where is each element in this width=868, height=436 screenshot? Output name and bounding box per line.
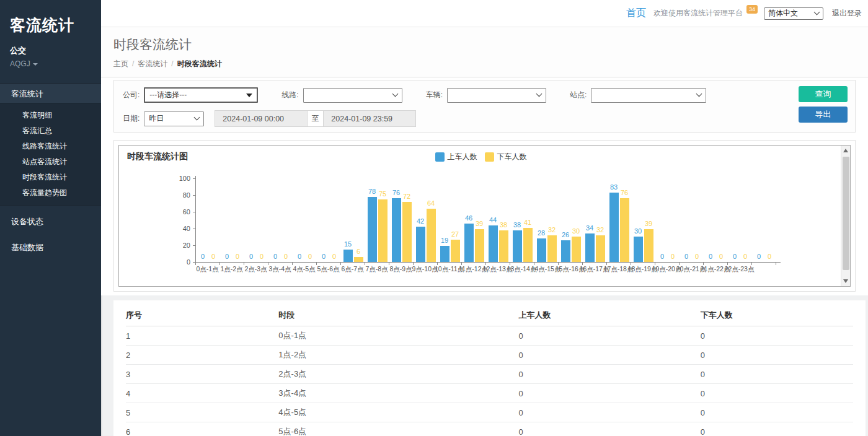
main-area: 首页 欢迎使用客流统计管理平台 34 简体中文 退出登录 时段客流统计 主页/客… (101, 0, 868, 436)
table-row: 54点-5点00 (126, 403, 853, 422)
x-tick-label: 0点-1点 (196, 265, 218, 274)
table-cell: 3点-4点 (278, 384, 518, 403)
logout-link[interactable]: 退出登录 (832, 8, 862, 19)
scrollbar-thumb[interactable] (843, 157, 849, 270)
bar-value-label: 6 (348, 248, 369, 255)
chevron-down-icon (536, 91, 542, 97)
boarding-bar (609, 193, 619, 262)
table-cell: 1点-2点 (278, 346, 518, 365)
table-cell: 0 (518, 384, 700, 403)
sidebar: 客流统计 公交 AQGJ 客流统计 客流明细客流汇总线路客流统计站点客流统计时段… (0, 0, 101, 436)
bar-value-label: 0 (324, 253, 345, 260)
home-link[interactable]: 首页 (626, 7, 646, 20)
page-title: 时段客流统计 (113, 36, 856, 53)
breadcrumb-separator: / (171, 59, 173, 68)
notification-badge[interactable]: 34 (746, 5, 758, 14)
bar-value-label: 72 (396, 193, 417, 200)
table-cell: 5 (126, 403, 278, 422)
filter-row-1: 公司: ---请选择--- 线路: 车辆: (123, 87, 846, 103)
breadcrumb-separator: / (132, 59, 134, 68)
x-tick-label: 8点-9点 (389, 265, 412, 274)
sidebar-item[interactable]: 站点客流统计 (0, 154, 101, 170)
table-cell: 0 (701, 422, 853, 436)
x-tick-label: 1点-2点 (220, 265, 242, 274)
y-tick (193, 178, 195, 179)
bar-value-label: 76 (614, 189, 635, 196)
x-tick-label: 2点-3点 (244, 265, 267, 274)
table-cell: 4 (126, 384, 278, 403)
y-tick-label: 100 (172, 175, 190, 182)
table-cell: 0 (518, 326, 700, 346)
export-button[interactable]: 导出 (799, 107, 848, 123)
company-select[interactable]: ---请选择--- (144, 87, 258, 103)
alighting-bar (547, 235, 557, 262)
breadcrumb: 主页/客流统计/时段客流统计 (113, 59, 856, 69)
x-tick-label: 22点-23点 (725, 265, 755, 274)
sidebar-submenu: 客流明细客流汇总线路客流统计站点客流统计时段客流统计客流量趋势图 (0, 103, 101, 206)
station-select[interactable] (591, 88, 706, 103)
y-tick (193, 229, 195, 229)
scroll-down-arrow-icon[interactable] (843, 279, 848, 283)
scroll-up-arrow-icon[interactable] (843, 149, 848, 152)
boarding-bar (416, 227, 425, 262)
table-cell: 0 (701, 346, 853, 365)
sidebar-item[interactable]: 客流量趋势图 (0, 185, 101, 201)
table-header-cell: 时段 (278, 304, 518, 326)
sidebar-item[interactable]: 线路客流统计 (0, 139, 101, 154)
sidebar-item[interactable]: 客流明细 (0, 108, 101, 123)
table-cell: 1 (126, 326, 278, 346)
table-cell: 4点-5点 (278, 403, 518, 422)
table-cell: 6 (126, 422, 278, 436)
x-tick-label: 3点-4点 (268, 265, 291, 274)
boarding-bar (513, 230, 522, 262)
chart-box: 时段车流统计图 上车人数下车人数 020406080100000点-1点001点… (118, 145, 851, 287)
x-tick-label: 7点-8点 (365, 265, 388, 274)
table-cell: 0点-1点 (278, 326, 518, 346)
x-tick (751, 263, 752, 265)
y-tick-label: 60 (172, 208, 190, 216)
bar-chart: 020406080100000点-1点001点-2点002点-3点003点-4点… (119, 146, 840, 286)
date-preset-select[interactable]: 昨日 (144, 111, 204, 126)
chart-vertical-scrollbar[interactable] (841, 146, 850, 286)
date-to-label: 至 (308, 110, 323, 127)
content-top: 公司: ---请选择--- 线路: 车辆: (101, 77, 868, 295)
table-panel: 序号时段上车人数下车人数 10点-1点0021点-2点0032点-3点0043点… (113, 300, 866, 436)
vehicle-label: 车辆: (426, 90, 443, 100)
table-cell: 0 (701, 326, 853, 346)
org-selector[interactable]: AQGJ (10, 59, 91, 68)
table-header-cell: 上车人数 (518, 304, 700, 326)
sidebar-group-passenger-stats[interactable]: 客流统计 (0, 83, 101, 103)
boarding-bar (392, 198, 401, 262)
table-header-cell: 下车人数 (701, 304, 853, 326)
alighting-bar (451, 240, 460, 262)
boarding-bar (634, 237, 643, 262)
query-button[interactable]: 查询 (799, 86, 848, 102)
table-cell: 2点-3点 (278, 365, 518, 384)
sidebar-item[interactable]: 客流汇总 (0, 123, 101, 139)
table-cell: 0 (518, 403, 700, 422)
chevron-down-icon (696, 91, 702, 97)
action-buttons: 查询 导出 (799, 86, 848, 123)
breadcrumb-item[interactable]: 主页 (113, 59, 128, 68)
sidebar-item-base-data[interactable]: 基础数据 (0, 237, 101, 258)
boarding-bar (561, 240, 570, 262)
company-label: 公司: (123, 90, 140, 100)
y-tick (193, 195, 195, 196)
y-tick-label: 80 (172, 191, 190, 199)
table-cell: 5点-6点 (278, 422, 518, 436)
vehicle-select[interactable] (447, 88, 546, 103)
chevron-down-icon (194, 115, 200, 121)
line-select[interactable] (303, 88, 402, 103)
breadcrumb-item[interactable]: 客流统计 (138, 59, 167, 68)
language-select[interactable]: 简体中文 (764, 7, 823, 20)
sidebar-item[interactable]: 时段客流统计 (0, 170, 101, 185)
y-tick-label: 0 (172, 258, 190, 266)
bar-value-label: 64 (420, 199, 441, 207)
date-end-input[interactable]: 2024-01-09 23:59 (323, 110, 416, 127)
date-start-input[interactable]: 2024-01-09 00:00 (215, 110, 308, 127)
chart-panel: 时段车流统计图 上车人数下车人数 020406080100000点-1点001点… (113, 140, 856, 292)
sidebar-item-device-status[interactable]: 设备状态 (0, 211, 101, 232)
table-row: 10点-1点00 (126, 326, 853, 346)
x-axis (195, 262, 781, 263)
breadcrumb-item: 时段客流统计 (177, 59, 222, 68)
